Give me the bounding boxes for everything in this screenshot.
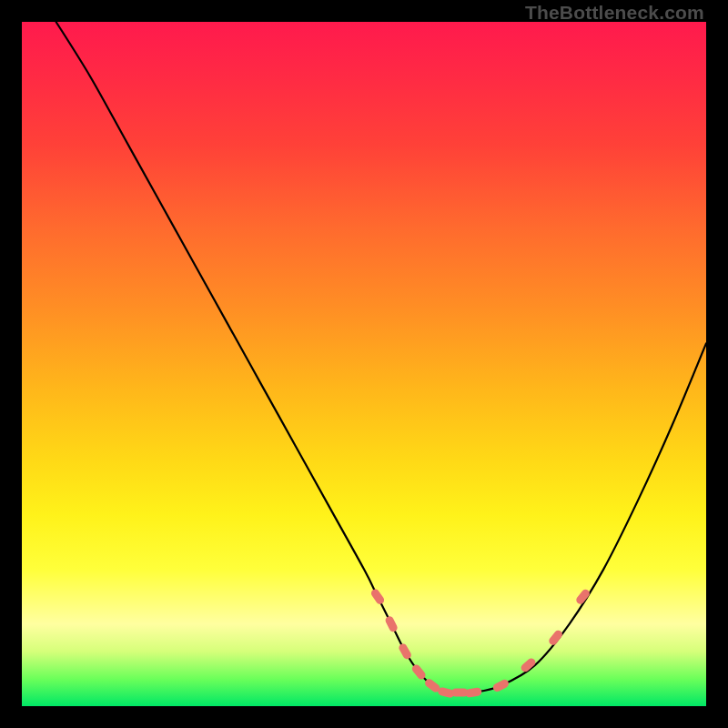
chart-frame: TheBottleneck.com (0, 0, 728, 728)
highlight-marker (491, 678, 510, 693)
highlight-marker (574, 588, 591, 606)
highlight-markers (369, 588, 592, 699)
highlight-marker (398, 642, 413, 661)
watermark-text: TheBottleneck.com (525, 2, 704, 24)
curve-svg (22, 22, 706, 706)
highlight-marker (465, 687, 482, 698)
highlight-marker (369, 588, 386, 606)
highlight-marker (547, 629, 563, 647)
highlight-marker (384, 615, 399, 633)
bottleneck-curve (56, 22, 706, 693)
plot-area (22, 22, 706, 706)
